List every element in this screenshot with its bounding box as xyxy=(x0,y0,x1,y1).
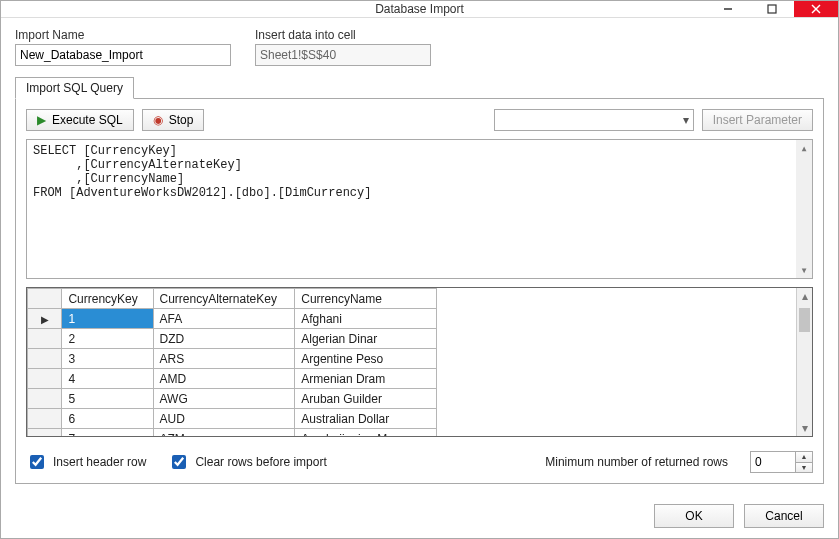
clear-rows-checkbox[interactable]: Clear rows before import xyxy=(168,452,326,472)
cell[interactable]: AFA xyxy=(153,309,295,329)
cell[interactable]: Aruban Guilder xyxy=(295,389,437,409)
chevron-down-icon: ▾ xyxy=(683,113,689,127)
tab-header: Import SQL Query xyxy=(15,76,824,99)
window-title: Database Import xyxy=(133,2,706,16)
insert-parameter-label: Insert Parameter xyxy=(713,113,802,127)
dialog-footer: OK Cancel xyxy=(1,494,838,538)
table-row[interactable]: 7AZMAzerbaijanian Ma... xyxy=(28,429,437,438)
minimize-button[interactable] xyxy=(706,1,750,17)
tab-import-sql-query[interactable]: Import SQL Query xyxy=(15,77,134,99)
insert-cell-label: Insert data into cell xyxy=(255,28,431,42)
current-row-icon: ▶ xyxy=(41,314,49,325)
sql-scrollbar[interactable]: ▴ ▾ xyxy=(796,140,812,278)
table-row[interactable]: 3ARSArgentine Peso xyxy=(28,349,437,369)
cell[interactable]: 3 xyxy=(62,349,153,369)
import-name-label: Import Name xyxy=(15,28,231,42)
spinner-up[interactable]: ▲ xyxy=(796,452,812,462)
stop-icon: ◉ xyxy=(153,113,163,127)
close-icon xyxy=(811,4,821,14)
close-button[interactable] xyxy=(794,1,838,17)
col-currencykey[interactable]: CurrencyKey xyxy=(62,289,153,309)
scroll-down-icon: ▾ xyxy=(796,262,812,278)
scrollbar-thumb[interactable] xyxy=(799,308,810,332)
cell[interactable]: Argentine Peso xyxy=(295,349,437,369)
col-currencyalternatekey[interactable]: CurrencyAlternateKey xyxy=(153,289,295,309)
cell[interactable]: AUD xyxy=(153,409,295,429)
cell[interactable]: Algerian Dinar xyxy=(295,329,437,349)
clear-rows-label: Clear rows before import xyxy=(195,455,326,469)
row-indicator xyxy=(28,389,62,409)
row-indicator xyxy=(28,409,62,429)
row-indicator xyxy=(28,369,62,389)
cell[interactable]: AZM xyxy=(153,429,295,438)
row-indicator xyxy=(28,349,62,369)
svg-rect-1 xyxy=(768,5,776,13)
cell[interactable]: 5 xyxy=(62,389,153,409)
window-buttons xyxy=(706,1,838,17)
cell[interactable]: 6 xyxy=(62,409,153,429)
insert-cell-input[interactable] xyxy=(255,44,431,66)
cell[interactable]: 2 xyxy=(62,329,153,349)
spinner-down[interactable]: ▼ xyxy=(796,462,812,473)
maximize-button[interactable] xyxy=(750,1,794,17)
insert-header-row-label: Insert header row xyxy=(53,455,146,469)
stop-label: Stop xyxy=(169,113,194,127)
play-icon: ▶ xyxy=(37,113,46,127)
tab-panel: ▶ Execute SQL ◉ Stop ▾ Insert Parameter xyxy=(15,99,824,484)
cell[interactable]: 1 xyxy=(62,309,153,329)
min-rows-input[interactable] xyxy=(751,452,795,472)
import-name-input[interactable] xyxy=(15,44,231,66)
insert-header-row-input[interactable] xyxy=(30,455,44,469)
cell[interactable]: DZD xyxy=(153,329,295,349)
cancel-button[interactable]: Cancel xyxy=(744,504,824,528)
scroll-up-icon: ▴ xyxy=(797,288,812,304)
cell[interactable]: Azerbaijanian Ma... xyxy=(295,429,437,438)
row-header-blank xyxy=(28,289,62,309)
insert-header-row-checkbox[interactable]: Insert header row xyxy=(26,452,146,472)
dialog-window: Database Import Import Name Insert data … xyxy=(0,0,839,539)
grid-header-row: CurrencyKey CurrencyAlternateKey Currenc… xyxy=(28,289,437,309)
parameter-dropdown[interactable]: ▾ xyxy=(494,109,694,131)
table-row[interactable]: 4AMDArmenian Dram xyxy=(28,369,437,389)
grid-scrollbar[interactable]: ▴ ▾ xyxy=(796,288,812,436)
titlebar: Database Import xyxy=(1,1,838,18)
stop-button[interactable]: ◉ Stop xyxy=(142,109,205,131)
cell[interactable]: ARS xyxy=(153,349,295,369)
scroll-up-icon: ▴ xyxy=(796,140,812,156)
row-indicator: ▶ xyxy=(28,309,62,329)
cell[interactable]: AMD xyxy=(153,369,295,389)
row-indicator xyxy=(28,329,62,349)
table-row[interactable]: 6AUDAustralian Dollar xyxy=(28,409,437,429)
clear-rows-input[interactable] xyxy=(172,455,186,469)
table-row[interactable]: 5AWGAruban Guilder xyxy=(28,389,437,409)
cell[interactable]: AWG xyxy=(153,389,295,409)
table-row[interactable]: 2DZDAlgerian Dinar xyxy=(28,329,437,349)
min-rows-label: Minimum number of returned rows xyxy=(545,455,728,469)
cell[interactable]: Afghani xyxy=(295,309,437,329)
ok-button[interactable]: OK xyxy=(654,504,734,528)
cell[interactable]: 7 xyxy=(62,429,153,438)
execute-sql-label: Execute SQL xyxy=(52,113,123,127)
table-row[interactable]: ▶1AFAAfghani xyxy=(28,309,437,329)
scroll-down-icon: ▾ xyxy=(797,420,812,436)
cell[interactable]: Armenian Dram xyxy=(295,369,437,389)
sql-text: SELECT [CurrencyKey] ,[CurrencyAlternate… xyxy=(33,144,371,200)
execute-sql-button[interactable]: ▶ Execute SQL xyxy=(26,109,134,131)
insert-parameter-button[interactable]: Insert Parameter xyxy=(702,109,813,131)
cell[interactable]: Australian Dollar xyxy=(295,409,437,429)
sql-editor[interactable]: SELECT [CurrencyKey] ,[CurrencyAlternate… xyxy=(26,139,813,279)
col-currencyname[interactable]: CurrencyName xyxy=(295,289,437,309)
row-indicator xyxy=(28,429,62,438)
min-rows-spinner[interactable]: ▲ ▼ xyxy=(750,451,813,473)
maximize-icon xyxy=(767,4,777,14)
results-grid[interactable]: CurrencyKey CurrencyAlternateKey Currenc… xyxy=(26,287,813,437)
minimize-icon xyxy=(723,4,733,14)
cell[interactable]: 4 xyxy=(62,369,153,389)
